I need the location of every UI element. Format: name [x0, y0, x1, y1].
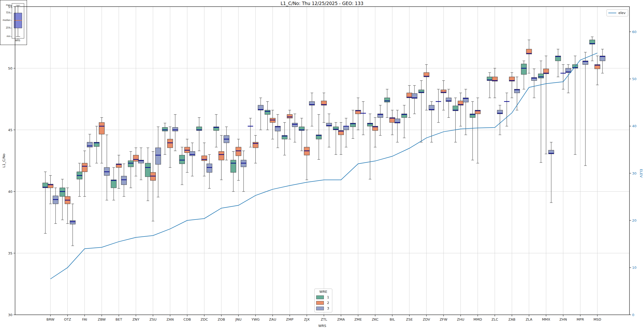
- wre2-label: 2: [327, 301, 329, 305]
- box-ZAU-wre1: [265, 102, 270, 130]
- svg-text:50: 50: [632, 77, 637, 81]
- box-ZLA-wre1: [521, 61, 526, 89]
- svg-text:ZSE: ZSE: [406, 317, 413, 321]
- axis-bottom: BRWOTZFAIZBWBETZNYZSUZANCDBZDCZOBJNUYWGZ…: [46, 315, 601, 321]
- figure: 3035404550550102030405060BRWOTZFAIZBWBET…: [0, 0, 644, 328]
- svg-text:45: 45: [8, 128, 12, 132]
- box-ZBW-wre1: [94, 126, 99, 163]
- svg-text:FAI: FAI: [82, 317, 87, 321]
- box-ZSU-wre3: [155, 127, 161, 197]
- svg-text:ZAN: ZAN: [166, 317, 174, 321]
- x-axis-label: WRS: [318, 324, 326, 328]
- box-ZLC-wre2: [492, 68, 497, 98]
- svg-text:ZME: ZME: [354, 317, 362, 321]
- box-ZBW-wre3: [104, 135, 109, 200]
- box-FAI-wre3: [87, 134, 92, 166]
- box-MPR-wre1: [572, 56, 578, 154]
- box-ZHN-wre3: [566, 65, 571, 93]
- box-BRW-wre1: [43, 172, 48, 233]
- anatomy-label-75: 75%: [6, 12, 11, 14]
- box-ZAU-wre3: [275, 115, 280, 148]
- svg-text:30: 30: [8, 313, 12, 317]
- box-FAI-wre2: [82, 151, 87, 196]
- wre-1-boxes: [43, 37, 595, 233]
- axis-left: 303540455055: [8, 5, 15, 317]
- anatomy-label-25: 25%: [6, 27, 11, 29]
- svg-text:JNU: JNU: [235, 317, 241, 321]
- box-JNU-wre1: [231, 152, 236, 192]
- svg-text:0: 0: [632, 313, 634, 317]
- box-ZNY-wre3: [138, 148, 144, 180]
- svg-text:ZNY: ZNY: [132, 317, 139, 321]
- svg-text:ZTL: ZTL: [321, 317, 327, 321]
- box-ZDC-wre2: [202, 143, 207, 176]
- box-ZKC-wre3: [378, 105, 383, 135]
- svg-text:ZHU: ZHU: [457, 317, 464, 321]
- anatomy-xlabel: WRS: [15, 39, 20, 42]
- anatomy-label-median: median: [3, 19, 11, 21]
- box-ZMA-wre1: [333, 122, 338, 154]
- svg-text:50: 50: [8, 66, 12, 70]
- elev-line-sample: [608, 13, 616, 13]
- wre-3-boxes: [53, 49, 605, 246]
- box-ZAN-wre1: [162, 123, 167, 154]
- box-ZHU-wre1: [453, 98, 458, 142]
- box-MMD-wre2: [475, 98, 480, 163]
- box-ZTL-wre3: [326, 114, 332, 147]
- box-ZKC-wre1: [367, 114, 373, 179]
- box-MSD-wre1: [590, 37, 595, 61]
- box-ZME-wre1: [350, 110, 356, 138]
- box-BET-wre1: [111, 167, 116, 200]
- box-ZFW-wre1: [436, 89, 441, 122]
- chart-title: L1_C/No: Thu 12/25/2025 - GEO: 133: [0, 1, 644, 6]
- box-JNU-wre3: [241, 151, 246, 192]
- box-ZMP-wre2: [287, 110, 292, 139]
- wre3-label: 3: [327, 306, 329, 310]
- box-ZOB-wre1: [213, 115, 219, 147]
- box-ZTL-wre2: [321, 93, 326, 122]
- elev-legend: elev: [606, 9, 628, 16]
- box-MMX-wre2: [543, 56, 549, 154]
- box-BIL-wre1: [384, 89, 390, 117]
- y-axis-label-right: ELEV: [639, 169, 643, 178]
- box-ZLC-wre3: [497, 105, 502, 135]
- svg-text:40: 40: [8, 190, 12, 194]
- box-ZME-wre2: [355, 98, 361, 130]
- grid: [15, 7, 629, 315]
- svg-text:ZMP: ZMP: [286, 317, 293, 321]
- box-ZDC-wre1: [197, 117, 202, 151]
- box-OTZ-wre2: [65, 188, 70, 224]
- svg-text:ZMA: ZMA: [337, 317, 345, 321]
- box-OTZ-wre3: [70, 204, 75, 246]
- anatomy-label-min: min: [7, 35, 11, 38]
- box-ZHN-wre1: [555, 49, 561, 77]
- svg-text:ZJX: ZJX: [304, 317, 310, 321]
- box-CDB-wre1: [179, 147, 185, 185]
- box-ZSU-wre1: [145, 148, 151, 201]
- svg-text:MMD: MMD: [473, 317, 482, 321]
- svg-text:ZDV: ZDV: [423, 317, 430, 321]
- box-MPR-wre3: [583, 52, 588, 166]
- svg-text:20: 20: [632, 218, 637, 222]
- box-ZLC-wre1: [487, 72, 492, 98]
- box-ZSE-wre3: [412, 85, 417, 114]
- svg-text:ZLA: ZLA: [526, 317, 532, 321]
- box-ZMA-wre2: [338, 122, 344, 154]
- box-MMX-wre1: [538, 61, 544, 162]
- box-ZNY-wre2: [133, 148, 138, 176]
- svg-text:ZLC: ZLC: [492, 317, 498, 321]
- svg-text:CDB: CDB: [184, 317, 191, 321]
- svg-text:BET: BET: [115, 317, 122, 321]
- y-axis-label-left: L1_C/No: [2, 153, 6, 167]
- box-MMX-wre3: [549, 142, 554, 203]
- svg-text:YWG: YWG: [251, 317, 260, 321]
- wre-legend-item: 2: [316, 300, 332, 306]
- box-CDB-wre2: [184, 139, 190, 172]
- svg-text:10: 10: [632, 266, 637, 270]
- box-ZMP-wre3: [292, 114, 297, 142]
- svg-text:ZSU: ZSU: [150, 317, 157, 321]
- svg-text:ZDC: ZDC: [200, 317, 208, 321]
- box-ZDV-wre1: [419, 81, 424, 142]
- svg-text:MSD: MSD: [594, 317, 601, 321]
- svg-text:ZBW: ZBW: [98, 317, 106, 321]
